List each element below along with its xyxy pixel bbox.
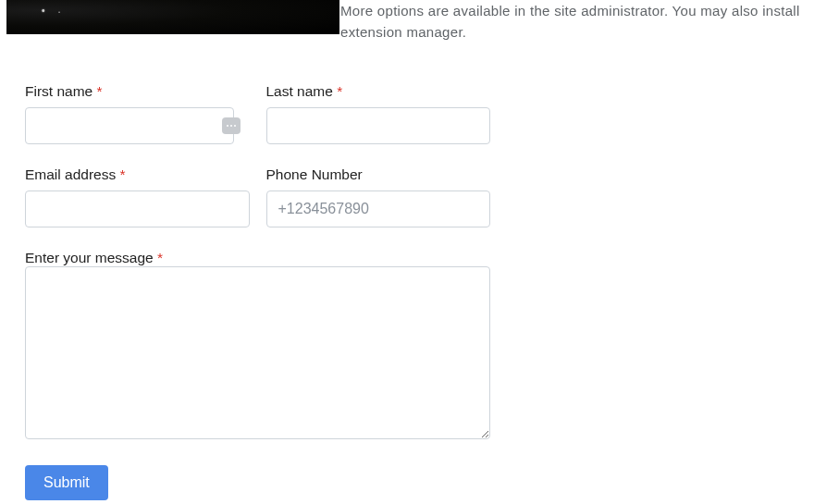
email-label-text: Email address (25, 166, 116, 182)
first-name-input[interactable] (25, 107, 234, 144)
phone-input[interactable] (266, 191, 491, 227)
required-marker: * (337, 83, 342, 99)
contact-form: First name * Last name * Email address * (25, 83, 490, 500)
message-label: Enter your message * (25, 250, 163, 265)
phone-label-text: Phone Number (266, 166, 363, 182)
message-label-text: Enter your message (25, 250, 154, 265)
required-marker: * (97, 83, 103, 99)
last-name-input[interactable] (266, 107, 491, 144)
star-dot: • (58, 9, 60, 15)
last-name-label-text: Last name (266, 83, 333, 99)
submit-button[interactable]: Submit (25, 465, 108, 500)
phone-label: Phone Number (266, 166, 491, 183)
email-input[interactable] (25, 191, 250, 227)
email-label: Email address * (25, 166, 250, 183)
intro-paragraph: More options are available in the site a… (340, 0, 814, 43)
required-marker: * (120, 166, 126, 182)
first-name-label: First name * (25, 83, 250, 100)
first-name-label-text: First name (25, 83, 92, 99)
autofill-icon[interactable] (222, 117, 240, 134)
hero-image-strip: • (6, 0, 339, 34)
required-marker: * (157, 250, 163, 265)
message-textarea[interactable] (25, 266, 490, 439)
last-name-label: Last name * (266, 83, 491, 100)
